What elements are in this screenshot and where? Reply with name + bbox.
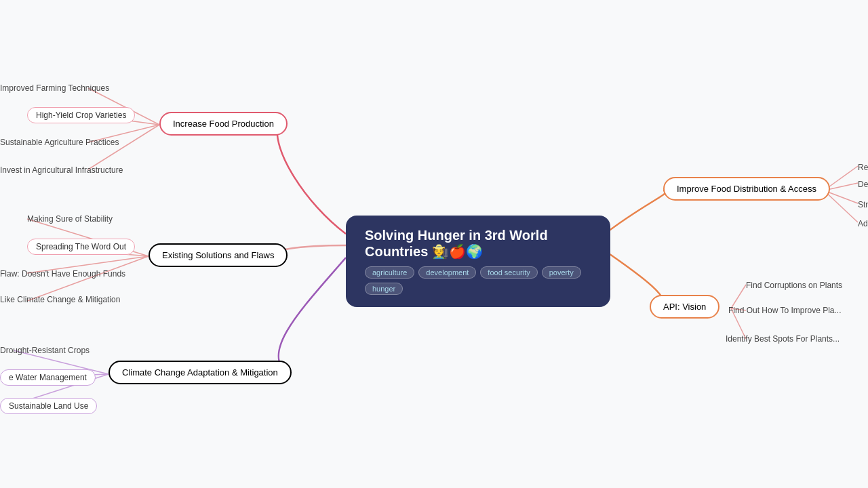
leaf-label: Redu... <box>858 163 868 172</box>
api-vision-label: API: Vision <box>663 302 706 312</box>
leaf-label: Sustainable Land Use <box>9 401 88 411</box>
leaf-label: Add... <box>858 219 868 228</box>
leaf-label: e Water Management <box>9 373 87 382</box>
food-distribution-node[interactable]: Improve Food Distribution & Access <box>663 177 830 201</box>
leaf-label: Like Climate Change & Mitigation <box>0 295 120 304</box>
leaf-invest-ag: Invest in Agricultural Infrastructure <box>0 163 123 176</box>
tag-development[interactable]: development <box>418 266 476 279</box>
leaf-label: Stre... <box>858 200 868 209</box>
increase-food-label: Increase Food Production <box>173 119 274 129</box>
leaf-label: Find Out How To Improve Pla... <box>728 306 842 315</box>
leaf-best-spots: Identify Best Spots For Plants... <box>726 332 840 344</box>
leaf-stre: Stre... <box>858 198 868 210</box>
central-tags: agriculture development food security po… <box>365 266 591 295</box>
leaf-climate-mitigation: Like Climate Change & Mitigation <box>0 293 120 305</box>
leaf-find-improve: Find Out How To Improve Pla... <box>728 304 842 316</box>
leaf-label: Deve... <box>858 180 868 189</box>
tag-hunger[interactable]: hunger <box>365 283 403 295</box>
leaf-label: Spreading The Word Out <box>36 242 126 251</box>
leaf-deve: Deve... <box>858 178 868 190</box>
climate-change-label: Climate Change Adaptation & Mitigation <box>122 367 278 378</box>
leaf-label: Improved Farming Techniques <box>0 83 109 93</box>
leaf-improved-farming: Improved Farming Techniques <box>0 81 109 94</box>
leaf-label: Drought-Resistant Crops <box>0 346 90 355</box>
central-node[interactable]: Solving Hunger in 3rd World Countries 🧑‍… <box>346 216 610 307</box>
leaf-label: Identify Best Spots For Plants... <box>726 334 840 344</box>
leaf-label: High-Yield Crop Varieties <box>36 110 126 120</box>
api-vision-node[interactable]: API: Vision <box>650 295 719 319</box>
tag-food-security[interactable]: food security <box>480 266 537 279</box>
tag-poverty[interactable]: poverty <box>542 266 581 279</box>
increase-food-node[interactable]: Increase Food Production <box>159 112 288 136</box>
tag-agriculture[interactable]: agriculture <box>365 266 414 279</box>
leaf-stability: Making Sure of Stability <box>27 212 113 224</box>
leaf-drought: Drought-Resistant Crops <box>0 344 90 356</box>
leaf-label: Flaw: Doesn't Have Enough Funds <box>0 269 125 279</box>
existing-solutions-node[interactable]: Existing Solutions and Flaws <box>149 243 288 267</box>
leaf-label: Invest in Agricultural Infrastructure <box>0 165 123 175</box>
existing-solutions-label: Existing Solutions and Flaws <box>162 250 274 260</box>
leaf-flaw-funds: Flaw: Doesn't Have Enough Funds <box>0 267 125 279</box>
leaf-corruptions: Find Corruptions on Plants <box>746 279 842 291</box>
leaf-label: Making Sure of Stability <box>27 214 113 224</box>
leaf-label: Sustainable Agriculture Practices <box>0 138 119 147</box>
leaf-high-yield: High-Yield Crop Varieties <box>27 107 135 123</box>
leaf-sustainable-ag: Sustainable Agriculture Practices <box>0 136 119 148</box>
leaf-water-mgmt: e Water Management <box>0 369 96 386</box>
leaf-spreading: Spreading The Word Out <box>27 239 135 255</box>
climate-change-node[interactable]: Climate Change Adaptation & Mitigation <box>108 361 292 384</box>
central-title: Solving Hunger in 3rd World Countries 🧑‍… <box>365 228 591 260</box>
leaf-add: Add... <box>858 217 868 229</box>
leaf-land-use: Sustainable Land Use <box>0 398 97 414</box>
food-distribution-label: Improve Food Distribution & Access <box>677 184 816 194</box>
leaf-label: Find Corruptions on Plants <box>746 281 842 290</box>
leaf-redu: Redu... <box>858 161 868 173</box>
